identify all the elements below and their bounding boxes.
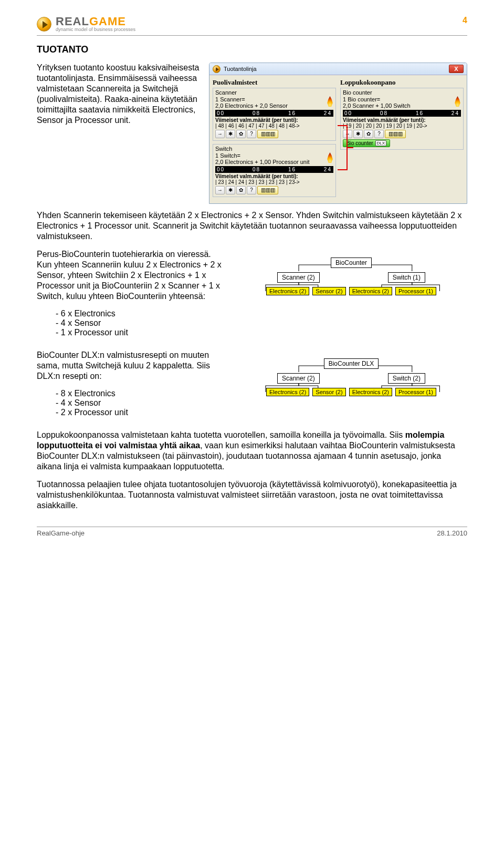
meter-button[interactable]: ▥▥▥	[257, 130, 278, 138]
block4-list: 8 x Electronics 4 x Sensor 2 x Processor…	[37, 389, 226, 417]
help-button[interactable]: ?	[247, 186, 256, 194]
paragraph-5: Loppukokoonpanossa valmistetaan kahta tu…	[37, 430, 467, 472]
intro-paragraph: Yrityksen tuotanto koostuu kaksivaiheise…	[37, 63, 200, 126]
hnode-root: BioCounter	[331, 258, 372, 268]
help-button[interactable]: ?	[374, 130, 384, 138]
col-title-left: Puolivalmisteet	[213, 78, 336, 87]
scanner-counts: | 48 | 46 | 46 | 47 | 47 | 48 | 48 | 48-…	[215, 123, 333, 129]
switch-group: Switch 1 Switch= 2,0 Electronics + 1,00 …	[213, 144, 336, 197]
bio-group: Bio counter 1 Bio counter= 2,0 Scanner +…	[340, 88, 464, 150]
settings-button[interactable]: ✱	[226, 130, 235, 138]
meter-button[interactable]: ▥▥▥	[385, 130, 406, 138]
hnode-leaf: Electronics (2)	[266, 287, 309, 295]
list-item: 1 x Processor unit	[56, 328, 226, 337]
bio-toolbar: → ✱ ✿ ? ▥▥▥	[343, 130, 461, 138]
flame-icon	[454, 96, 461, 107]
footer-left: RealGame-ohje	[37, 529, 85, 537]
scanner-line1: 1 Scanner=	[215, 96, 288, 102]
window-title: Tuotantolinja	[224, 66, 257, 72]
switch-line1: 1 Switch=	[215, 152, 309, 159]
scanner-tt: Viimeiset valm.määrät (per tunti):	[215, 117, 333, 123]
paragraph-6: Tuotannossa pelaajien tulee ohjata tuota…	[37, 479, 467, 511]
page-header: REALGAME dynamic model of business proce…	[37, 16, 467, 36]
paragraph-2: Yhden Scannerin tekemiseen käytetään 2 x…	[37, 210, 467, 242]
person-button[interactable]: ✿	[236, 130, 246, 138]
help-button[interactable]: ?	[247, 130, 256, 138]
list-item: 2 x Processor unit	[56, 408, 226, 417]
switch-title: Switch	[215, 146, 333, 152]
person-button[interactable]: ✿	[236, 186, 246, 194]
list-item: 4 x Sensor	[56, 318, 226, 328]
scanner-title: Scanner	[215, 89, 333, 96]
list-item: 4 x Sensor	[56, 398, 226, 408]
hnode-leaf: Electronics (2)	[349, 388, 392, 396]
hnode-leaf: Electronics (2)	[266, 388, 309, 396]
hnode-mid: Switch (2)	[388, 373, 425, 384]
hnode-mid: Switch (1)	[388, 272, 425, 283]
switch-counts: | 23 | 24 | 24 | 23 | 23 | 23 | 23 | 23-…	[215, 179, 333, 185]
arrow-button[interactable]: →	[343, 130, 352, 138]
bio-counts: | 19 | 20 | 20 | 20 | 19 | 20 | 19 | 20-…	[343, 123, 461, 129]
block4-text: BioCounter DLX:n valmistusresepti on muu…	[37, 350, 226, 382]
switch-line2: 2,0 Electronics + 1,00 Processor unit	[215, 159, 309, 165]
hnode-leaf: Electronics (2)	[349, 287, 392, 295]
block3-text: Perus-BioCounterin tuotehierarkia on vie…	[37, 249, 226, 302]
footer-right: 28.1.2010	[437, 529, 467, 537]
col-title-right: Loppukokoonpano	[340, 78, 464, 87]
arrow-button[interactable]: →	[215, 130, 225, 138]
biocounter-dlx-button[interactable]: Bio counter DLX	[343, 139, 390, 147]
scanner-toolbar: → ✱ ✿ ? ▥▥▥	[215, 130, 333, 138]
play-icon	[213, 65, 220, 73]
bio-line2: 2,0 Scanner + 1,00 Switch	[343, 102, 411, 109]
hnode-leaf: Processor (1)	[395, 388, 436, 396]
list-item: 8 x Electronics	[56, 389, 226, 398]
person-button[interactable]: ✿	[364, 130, 373, 138]
block3-list: 6 x Electronics 4 x Sensor 1 x Processor…	[37, 309, 226, 337]
brand-game: GAME	[89, 15, 126, 28]
close-button[interactable]: X	[449, 65, 464, 73]
hnode-leaf: Sensor (2)	[312, 287, 345, 295]
hierarchy-basic: BioCounter Scanner (2) Switch (1) Electr…	[235, 249, 467, 305]
scanner-group: Scanner 1 Scanner= 2,0 Electronics + 2,0…	[213, 88, 336, 141]
hnode-root: BioCounter DLX	[324, 358, 379, 369]
scanner-timebar: 00081624	[215, 110, 333, 117]
page-title: TUOTANTO	[37, 44, 467, 55]
bio-title: Bio counter	[343, 89, 461, 96]
bio-tt: Viimeiset valm.määrät (per tunti):	[343, 117, 461, 123]
hnode-mid: Scanner (2)	[277, 272, 320, 283]
bio-line1: 1 Bio counter=	[343, 96, 411, 102]
brand-subtitle: dynamic model of business processes	[56, 27, 135, 32]
switch-tt: Viimeiset valm.määrät (per tunti):	[215, 173, 333, 179]
list-item: 6 x Electronics	[56, 309, 226, 318]
arrow-button[interactable]: →	[215, 186, 225, 194]
brand-real: REAL	[56, 15, 89, 28]
page-footer: RealGame-ohje 28.1.2010	[37, 527, 467, 537]
switch-timebar: 00081624	[215, 166, 333, 173]
settings-button[interactable]: ✱	[353, 130, 363, 138]
flame-icon	[327, 96, 333, 107]
hierarchy-dlx: BioCounter DLX Scanner (2) Switch (2) El…	[235, 350, 467, 406]
play-icon	[37, 17, 51, 32]
page-number: 4	[463, 16, 467, 25]
brand-logo: REALGAME dynamic model of business proce…	[37, 16, 135, 32]
hnode-leaf: Processor (1)	[395, 287, 436, 295]
switch-toolbar: → ✱ ✿ ? ▥▥▥	[215, 186, 333, 194]
flame-icon	[327, 152, 333, 163]
bio-timebar: 00081624	[343, 110, 461, 117]
hnode-leaf: Sensor (2)	[312, 388, 345, 396]
meter-button[interactable]: ▥▥▥	[257, 186, 278, 194]
settings-button[interactable]: ✱	[226, 186, 235, 194]
scanner-line2: 2,0 Electronics + 2,0 Sensor	[215, 102, 288, 109]
hnode-mid: Scanner (2)	[277, 373, 320, 384]
tuotantolinja-window: Tuotantolinja X Puolivalmisteet Scan	[209, 63, 467, 204]
